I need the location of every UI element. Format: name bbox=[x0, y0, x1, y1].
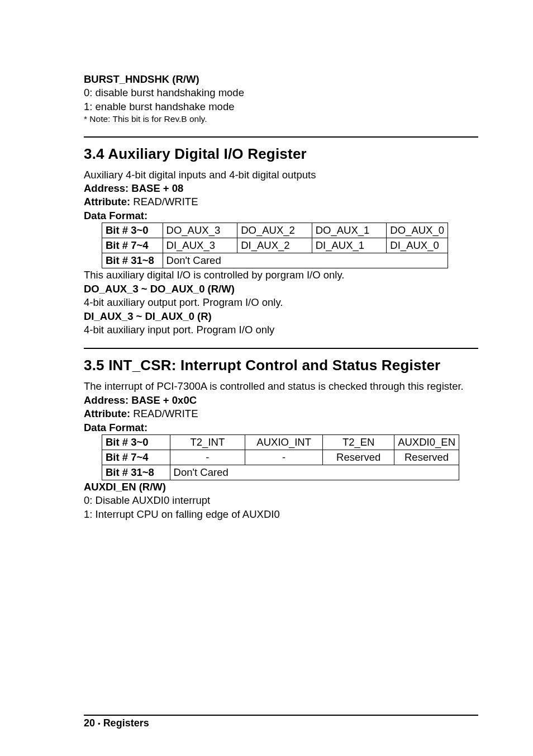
section-35-heading: 3.5 INT_CSR: Interrupt Control and Statu… bbox=[84, 357, 478, 374]
auxdi-en-title: AUXDI_EN (R/W) bbox=[84, 480, 478, 494]
cell-bit-7-4: Bit # 7~4 bbox=[102, 450, 170, 465]
sec34-attr-label: Attribute: bbox=[84, 196, 130, 207]
footer-section-label: Registers bbox=[103, 717, 149, 729]
sec34-dataformat-label: Data Format: bbox=[84, 209, 478, 223]
table-row: Bit # 7~4 - - Reserved Reserved bbox=[102, 450, 459, 465]
burst-line-1: 1: enable burst handshake mode bbox=[84, 100, 478, 114]
di-aux-desc: 4-bit auxiliary input port. Program I/O … bbox=[84, 323, 478, 337]
sec35-desc: The interrupt of PCI-7300A is controlled… bbox=[84, 380, 478, 393]
burst-note: * Note: This bit is for Rev.B only. bbox=[84, 114, 478, 125]
cell-bit-7-4: Bit # 7~4 bbox=[102, 238, 163, 253]
cell-di-aux-2: DI_AUX_2 bbox=[237, 238, 312, 253]
di-aux-title: DI_AUX_3 ~ DI_AUX_0 (R) bbox=[84, 310, 478, 323]
section-35-body: The interrupt of PCI-7300A is controlled… bbox=[84, 380, 478, 521]
table-row: Bit # 3~0 T2_INT AUXIO_INT T2_EN AUXDI0_… bbox=[102, 434, 459, 450]
cell-reserved-1: Reserved bbox=[394, 450, 459, 465]
sec35-attr-value: READ/WRITE bbox=[130, 408, 198, 419]
cell-bit-31-8: Bit # 31~8 bbox=[102, 253, 163, 268]
burst-hndshk-block: BURST_HNDSHK (R/W) 0: disable burst hand… bbox=[84, 73, 478, 125]
divider-34 bbox=[84, 136, 478, 138]
cell-do-aux-1: DO_AUX_1 bbox=[312, 223, 387, 238]
cell-auxdi0-en: AUXDI0_EN bbox=[394, 434, 459, 450]
sec34-attr-value: READ/WRITE bbox=[130, 196, 198, 207]
cell-di-aux-1: DI_AUX_1 bbox=[312, 238, 387, 253]
document-page: BURST_HNDSHK (R/W) 0: disable burst hand… bbox=[0, 0, 533, 756]
cell-reserved-0: Reserved bbox=[323, 450, 394, 465]
cell-do-aux-3: DO_AUX_3 bbox=[163, 223, 237, 238]
sec35-dataformat-label: Data Format: bbox=[84, 421, 478, 434]
sec35-address: Address: BASE + 0x0C bbox=[84, 394, 478, 407]
footer-bullet: • bbox=[98, 720, 101, 728]
cell-do-aux-2: DO_AUX_2 bbox=[237, 223, 312, 238]
auxdi-line-0: 0: Disable AUXDI0 interrupt bbox=[84, 494, 478, 507]
sec34-attribute-line: Attribute: READ/WRITE bbox=[84, 195, 478, 209]
cell-bit-31-8: Bit # 31~8 bbox=[102, 465, 170, 480]
sec34-after-table: This auxiliary digital I/O is controlled… bbox=[84, 268, 478, 282]
sec35-attr-label: Attribute: bbox=[84, 408, 130, 419]
do-aux-title: DO_AUX_3 ~ DO_AUX_0 (R/W) bbox=[84, 282, 478, 296]
auxdi-line-1: 1: Interrupt CPU on falling edge of AUXD… bbox=[84, 508, 478, 521]
table-row: Bit # 7~4 DI_AUX_3 DI_AUX_2 DI_AUX_1 DI_… bbox=[102, 238, 448, 253]
cell-di-aux-0: DI_AUX_0 bbox=[387, 238, 448, 253]
cell-dont-cared: Don't Cared bbox=[163, 253, 448, 268]
divider-35 bbox=[84, 348, 478, 349]
sec34-address: Address: BASE + 08 bbox=[84, 182, 478, 195]
page-footer: 20 • Registers bbox=[84, 717, 149, 729]
int-csr-table: Bit # 3~0 T2_INT AUXIO_INT T2_EN AUXDI0_… bbox=[102, 434, 459, 480]
footer-divider bbox=[84, 715, 478, 716]
cell-t2-int: T2_INT bbox=[170, 434, 245, 450]
section-34-heading: 3.4 Auxiliary Digital I/O Register bbox=[84, 145, 478, 163]
cell-auxio-int: AUXIO_INT bbox=[245, 434, 323, 450]
aux-dio-table: Bit # 3~0 DO_AUX_3 DO_AUX_2 DO_AUX_1 DO_… bbox=[102, 223, 448, 268]
cell-bit-3-0: Bit # 3~0 bbox=[102, 223, 163, 238]
burst-hndshk-title: BURST_HNDSHK (R/W) bbox=[84, 73, 478, 86]
cell-do-aux-0: DO_AUX_0 bbox=[387, 223, 448, 238]
table-row: Bit # 31~8 Don't Cared bbox=[102, 465, 459, 480]
cell-dont-cared: Don't Cared bbox=[170, 465, 459, 480]
sec35-attribute-line: Attribute: READ/WRITE bbox=[84, 407, 478, 420]
cell-t2-en: T2_EN bbox=[323, 434, 394, 450]
cell-di-aux-3: DI_AUX_3 bbox=[163, 238, 237, 253]
footer-page-number: 20 bbox=[84, 717, 95, 729]
burst-line-0: 0: disable burst handshaking mode bbox=[84, 86, 478, 100]
cell-bit-3-0: Bit # 3~0 bbox=[102, 434, 170, 450]
section-34-body: Auxiliary 4-bit digital inputs and 4-bit… bbox=[84, 168, 478, 337]
table-row: Bit # 31~8 Don't Cared bbox=[102, 253, 448, 268]
table-row: Bit # 3~0 DO_AUX_3 DO_AUX_2 DO_AUX_1 DO_… bbox=[102, 223, 448, 238]
do-aux-desc: 4-bit auxiliary output port. Program I/O… bbox=[84, 296, 478, 309]
sec34-desc: Auxiliary 4-bit digital inputs and 4-bit… bbox=[84, 168, 478, 182]
cell-dash-1: - bbox=[245, 450, 323, 465]
cell-dash-0: - bbox=[170, 450, 245, 465]
